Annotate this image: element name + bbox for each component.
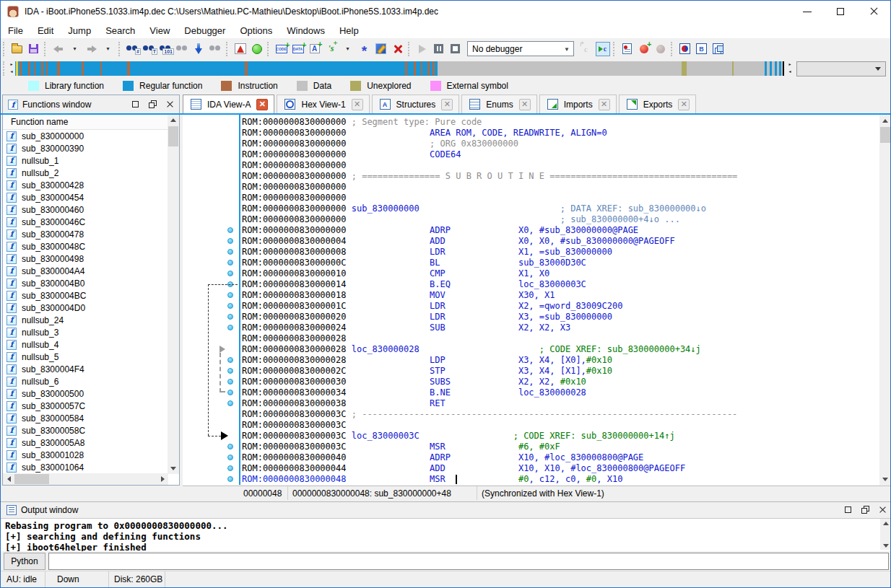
function-list-item[interactable]: fsub_83000057C <box>3 400 168 412</box>
tab-exports[interactable]: Exports✕ <box>619 95 697 113</box>
disassembly-line[interactable]: ROM:000000083000003C <box>242 420 737 431</box>
function-list-item[interactable]: fsub_830000478 <box>3 228 168 240</box>
minimize-button[interactable] <box>791 1 824 22</box>
debugger-pause-button[interactable] <box>430 41 447 57</box>
navigation-band[interactable] <box>15 61 784 76</box>
menu-debugger[interactable]: Debugger <box>177 25 232 36</box>
output-log[interactable]: Rebasing program to 0x0000000830000000..… <box>2 519 879 550</box>
close-button[interactable] <box>857 1 890 22</box>
panel-close-button[interactable] <box>877 504 889 516</box>
disassembly-line[interactable]: ROM:0000000830000000 sub_830000000 ; DAT… <box>242 203 737 214</box>
ida-view-a-listing[interactable]: ROM:0000000830000000 ; Segment type: Pur… <box>183 115 891 485</box>
tab-close-icon[interactable]: ✕ <box>599 99 610 110</box>
panel-float-button[interactable] <box>860 504 872 516</box>
function-list-item[interactable]: fnullsub_5 <box>3 351 168 363</box>
tab-close-icon[interactable]: ✕ <box>256 99 268 110</box>
disassembly-line[interactable]: ROM:000000083000001C LDR X2, =qword_8300… <box>242 301 737 312</box>
python-prompt-button[interactable]: Python <box>4 553 45 570</box>
function-list-item[interactable]: fsub_83000046C <box>3 216 168 228</box>
scroll-down-icon[interactable] <box>880 540 891 551</box>
disassembly-line[interactable]: ROM:000000083000000C BL sub_83000D30C <box>242 258 737 268</box>
disassembly-line[interactable]: ROM:0000000830000008 LDR X1, =sub_830000… <box>242 247 737 258</box>
make-string-button[interactable]: 's+ <box>323 41 339 57</box>
menu-file[interactable]: File <box>1 25 30 36</box>
forward-history-dropdown[interactable]: ▾ <box>100 41 116 57</box>
functions-horizontal-scrollbar[interactable] <box>3 473 168 485</box>
disassembly-line[interactable]: ROM:0000000830000000 <box>242 160 737 171</box>
delete-breakpoint-button[interactable] <box>652 41 669 57</box>
search-binary-button[interactable]: 101 <box>157 41 174 57</box>
disassembly-line[interactable]: ROM:0000000830000028 <box>242 333 737 344</box>
disassembly-lines[interactable]: ROM:0000000830000000 ; Segment type: Pur… <box>242 117 737 485</box>
disassembly-line[interactable]: ROM:0000000830000028 loc_830000028 ; COD… <box>242 344 737 355</box>
undefine-button[interactable] <box>389 41 406 57</box>
search-next-button[interactable] <box>174 41 191 57</box>
make-data-button[interactable]: DATA+ <box>290 41 306 57</box>
navband-toggle-button[interactable] <box>248 41 265 57</box>
debugger-stop-button[interactable] <box>447 41 464 57</box>
disassembly-line[interactable]: ROM:0000000830000048 MSR #0, c12, c0, #0… <box>242 474 737 485</box>
disassembly-line[interactable]: ROM:000000083000003C loc_83000003C ; COD… <box>242 431 737 442</box>
disassembly-line[interactable]: ROM:0000000830000018 MOV X30, X1 <box>242 290 737 301</box>
problems-list-button[interactable] <box>232 41 248 57</box>
scroll-up-icon[interactable] <box>880 517 891 529</box>
disassembly-line[interactable]: ROM:0000000830000024 SUB X2, X2, X3 <box>242 322 737 333</box>
function-list-item[interactable]: fsub_8300004F4 <box>3 363 168 375</box>
save-button[interactable] <box>25 41 42 57</box>
function-list-item[interactable]: fsub_8300005A8 <box>3 436 168 449</box>
disassembly-line[interactable]: ROM:0000000830000000 CODE64 <box>242 149 737 160</box>
search-text-button[interactable]: T <box>141 41 157 57</box>
navband-scroll-left-icon[interactable]: ▸◂ <box>8 61 15 76</box>
search-immediate-button[interactable]: # <box>124 41 141 57</box>
script-command-button[interactable]: B <box>693 41 710 57</box>
listing-vertical-scrollbar[interactable] <box>879 115 891 485</box>
disassembly-line[interactable]: ROM:0000000830000030 SUBS X2, X2, #0x10 <box>242 377 737 387</box>
function-list-item[interactable]: fnullsub_6 <box>3 375 168 387</box>
add-breakpoint-button[interactable]: + <box>635 41 652 57</box>
function-list-item[interactable]: fsub_830001064 <box>3 461 168 473</box>
scroll-down-icon[interactable] <box>168 462 179 474</box>
tab-close-icon[interactable]: ✕ <box>678 99 690 110</box>
navband-scroll-right-icon[interactable]: ▸◂ <box>786 61 794 76</box>
function-list-item[interactable]: fsub_830000498 <box>3 253 168 265</box>
disassembly-line[interactable]: ROM:0000000830000044 ADD X10, X10, #loc_… <box>242 463 737 474</box>
disassembly-line[interactable]: ROM:0000000830000040 ADRP X10, #loc_8300… <box>242 452 737 463</box>
python-command-input[interactable] <box>48 553 889 570</box>
back-history-dropdown[interactable]: ▾ <box>66 41 83 57</box>
maximize-button[interactable] <box>824 1 857 22</box>
menu-view[interactable]: View <box>142 25 177 36</box>
forward-button[interactable] <box>83 41 100 57</box>
tab-hex-view-1[interactable]: Hex View-1✕ <box>277 95 369 113</box>
navband-zoom-select[interactable] <box>796 61 886 76</box>
disassembly-line[interactable]: ROM:0000000830000014 B.EQ loc_83000003C <box>242 279 737 290</box>
disassembly-line[interactable]: ROM:000000083000003C ; -----------------… <box>242 409 737 420</box>
string-type-dropdown[interactable]: ▾ <box>339 41 356 57</box>
scroll-down-icon[interactable] <box>879 473 891 485</box>
disassembly-line[interactable]: ROM:0000000830000000 ; Segment type: Pur… <box>242 117 737 128</box>
menu-options[interactable]: Options <box>232 25 279 36</box>
disassembly-line[interactable]: ROM:0000000830000034 B.NE loc_830000028 <box>242 387 737 398</box>
tab-close-icon[interactable]: ✕ <box>352 99 363 110</box>
tab-structures[interactable]: AStructures✕ <box>372 95 460 113</box>
disassembly-line[interactable]: ROM:0000000830000038 RET <box>242 398 737 409</box>
navband-drag-handle[interactable] <box>3 61 6 76</box>
function-list-item[interactable]: fsub_830000460 <box>3 203 168 216</box>
function-list-item[interactable]: fnullsub_1 <box>3 154 168 167</box>
scroll-left-icon[interactable] <box>3 473 14 485</box>
panel-maximize-button[interactable] <box>130 99 142 110</box>
make-code-button[interactable]: CODE+ <box>273 41 290 57</box>
functions-panel-titlebar[interactable]: f Functions window <box>3 95 179 114</box>
debugger-run-button[interactable] <box>414 41 430 57</box>
function-list-item[interactable]: fsub_830000428 <box>3 179 168 191</box>
disassembly-line[interactable]: ROM:0000000830000000 ; =============== S… <box>242 171 737 182</box>
breakpoint-list-button[interactable] <box>619 41 635 57</box>
function-name-column-header[interactable]: Function name <box>3 114 168 130</box>
disassembly-line[interactable]: ROM:0000000830000010 CMP X1, X0 <box>242 268 737 279</box>
scroll-up-icon[interactable] <box>168 114 179 126</box>
disassembly-line[interactable]: ROM:000000083000003C MSR #6, #0xF <box>242 442 737 452</box>
disassembly-line[interactable]: ROM:0000000830000000 ; ORG 0x830000000 <box>242 139 737 149</box>
menu-edit[interactable]: Edit <box>30 25 61 36</box>
panel-maximize-button[interactable] <box>843 504 854 516</box>
window-list-button[interactable] <box>710 41 726 57</box>
menu-search[interactable]: Search <box>98 25 142 36</box>
